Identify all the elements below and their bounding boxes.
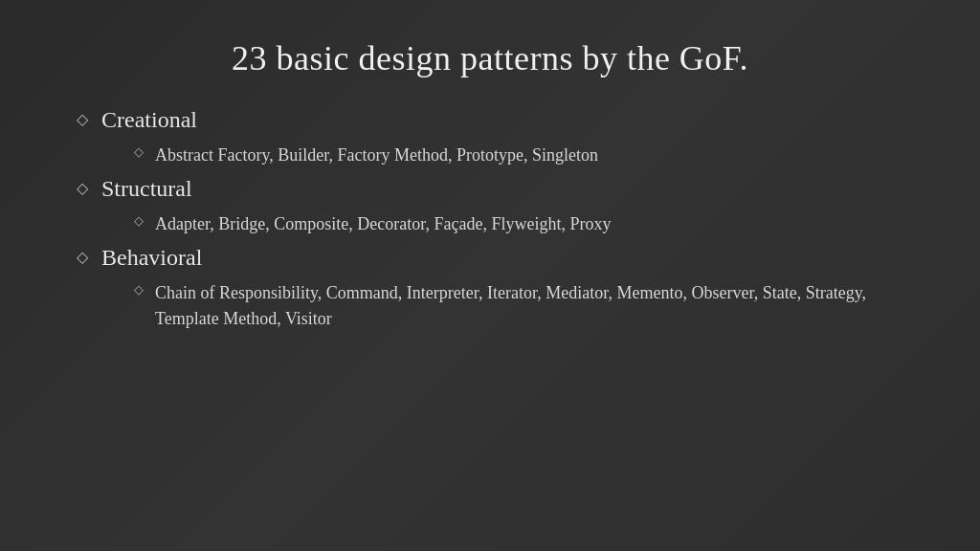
- behavioral-sub-bullet-icon: ◇: [134, 282, 144, 298]
- section-creational: ◇ Creational ◇ Abstract Factory, Builder…: [77, 107, 923, 168]
- sub-item-structural: ◇ Adapter, Bridge, Composite, Decorator,…: [134, 211, 923, 237]
- creational-patterns-text: Abstract Factory, Builder, Factory Metho…: [155, 143, 598, 168]
- main-item-creational: ◇ Creational: [77, 107, 923, 133]
- behavioral-label: Behavioral: [101, 245, 202, 271]
- sub-item-creational: ◇ Abstract Factory, Builder, Factory Met…: [134, 143, 923, 168]
- creational-label: Creational: [101, 107, 197, 133]
- section-structural: ◇ Structural ◇ Adapter, Bridge, Composit…: [77, 176, 923, 237]
- main-item-structural: ◇ Structural: [77, 176, 923, 202]
- creational-sub-bullet-icon: ◇: [134, 144, 144, 160]
- structural-sub-bullet-icon: ◇: [134, 213, 144, 229]
- section-behavioral: ◇ Behavioral ◇ Chain of Responsibility, …: [77, 245, 923, 332]
- structural-bullet-icon: ◇: [77, 179, 88, 197]
- slide-content: ◇ Creational ◇ Abstract Factory, Builder…: [57, 107, 923, 340]
- structural-patterns-text: Adapter, Bridge, Composite, Decorator, F…: [155, 211, 611, 237]
- behavioral-bullet-icon: ◇: [77, 248, 88, 266]
- sub-item-behavioral: ◇ Chain of Responsibility, Command, Inte…: [134, 280, 923, 332]
- slide-title: 23 basic design patterns by the GoF.: [57, 38, 923, 78]
- creational-bullet-icon: ◇: [77, 110, 88, 128]
- behavioral-patterns-text: Chain of Responsibility, Command, Interp…: [155, 280, 923, 332]
- structural-label: Structural: [101, 176, 192, 202]
- main-item-behavioral: ◇ Behavioral: [77, 245, 923, 271]
